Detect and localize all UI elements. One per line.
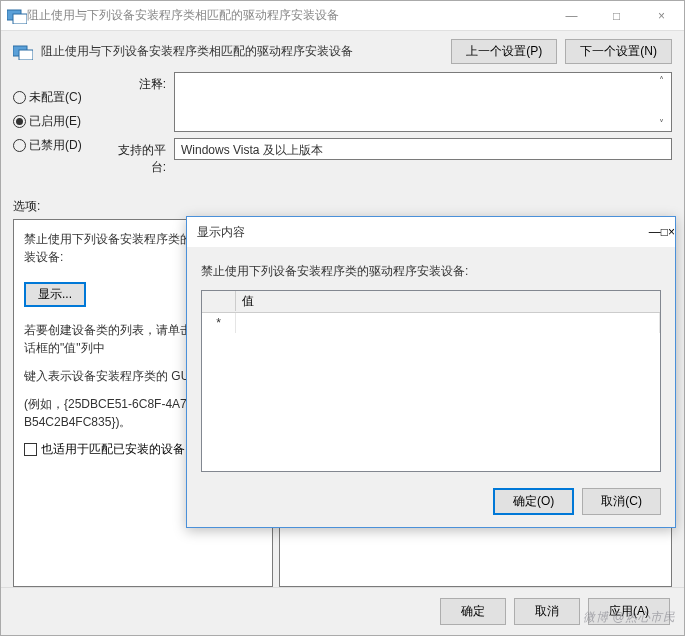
platform-label: 支持的平台: [106,138,166,176]
close-button[interactable]: × [639,1,684,31]
titlebar: 阻止使用与下列设备安装程序类相匹配的驱动程序安装设备 — □ × [1,1,684,31]
modal-footer: 确定(O) 取消(C) [187,480,675,527]
checkbox-label: 也适用于匹配已安装的设备。 [41,441,197,458]
modal-title: 显示内容 [197,224,649,241]
grid-header-spacer [202,291,236,311]
comment-row: 注释: ˄ ˅ [106,72,672,132]
radio-enabled[interactable]: 已启用(E) [13,113,98,130]
show-button[interactable]: 显示... [24,282,86,307]
header-text: 阻止使用与下列设备安装程序类相匹配的驱动程序安装设备 [41,43,443,60]
show-content-dialog: 显示内容 — □ × 禁止使用下列设备安装程序类的驱动程序安装设备: 值 * 确… [186,216,676,528]
comment-label: 注释: [106,72,166,93]
footer: 确定 取消 应用(A) [1,587,684,635]
checkbox-icon [24,443,37,456]
radio-label: 已禁用(D) [29,137,82,154]
radio-label: 未配置(C) [29,89,82,106]
modal-close-button[interactable]: × [668,225,675,239]
grid-header: 值 [202,291,660,313]
app-icon [7,8,27,24]
minimize-button[interactable]: — [549,1,594,31]
comment-input[interactable]: ˄ ˅ [174,72,672,132]
next-setting-button[interactable]: 下一个设置(N) [565,39,672,64]
policy-icon [13,44,33,60]
modal-minimize-button[interactable]: — [649,225,661,239]
radio-not-configured[interactable]: 未配置(C) [13,89,98,106]
radio-group: 未配置(C) 已启用(E) 已禁用(D) [13,72,98,182]
ok-button[interactable]: 确定 [440,598,506,625]
header-row: 阻止使用与下列设备安装程序类相匹配的驱动程序安装设备 上一个设置(P) 下一个设… [1,31,684,72]
modal-body: 禁止使用下列设备安装程序类的驱动程序安装设备: 值 * [187,247,675,480]
radio-icon [13,115,26,128]
platform-value: Windows Vista 及以上版本 [174,138,672,160]
modal-instruction: 禁止使用下列设备安装程序类的驱动程序安装设备: [201,263,661,280]
radio-icon [13,91,26,104]
modal-titlebar: 显示内容 — □ × [187,217,675,247]
window-title: 阻止使用与下列设备安装程序类相匹配的驱动程序安装设备 [27,7,549,24]
modal-maximize-button[interactable]: □ [661,225,668,239]
prev-setting-button[interactable]: 上一个设置(P) [451,39,557,64]
cancel-button[interactable]: 取消 [514,598,580,625]
grid-new-row[interactable]: * [202,313,660,333]
radio-label: 已启用(E) [29,113,81,130]
value-cell[interactable] [236,313,660,333]
watermark: 微博 @热心市民 [583,609,675,626]
svg-rect-1 [13,14,27,24]
scroll-up-icon[interactable]: ˄ [653,75,669,86]
radio-icon [13,139,26,152]
fields-col: 注释: ˄ ˅ 支持的平台: Windows Vista 及以上版本 [106,72,672,182]
radio-disabled[interactable]: 已禁用(D) [13,137,98,154]
maximize-button[interactable]: □ [594,1,639,31]
modal-cancel-button[interactable]: 取消(C) [582,488,661,515]
platform-row: 支持的平台: Windows Vista 及以上版本 [106,138,672,176]
value-grid[interactable]: 值 * [201,290,661,472]
modal-ok-button[interactable]: 确定(O) [493,488,574,515]
grid-header-value: 值 [236,291,660,312]
svg-rect-3 [19,50,33,60]
config-area: 未配置(C) 已启用(E) 已禁用(D) 注释: ˄ ˅ 支持的平台: Wi [1,72,684,182]
scroll-down-icon[interactable]: ˅ [653,118,669,129]
options-label: 选项: [1,182,684,219]
row-marker: * [202,313,236,333]
